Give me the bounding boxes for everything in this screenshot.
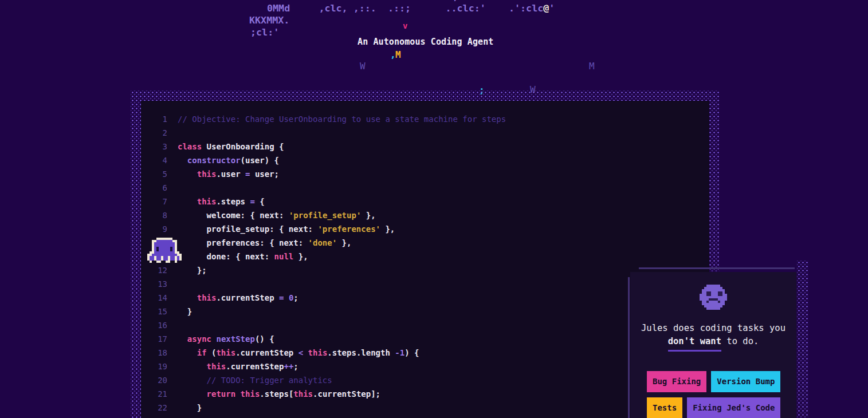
line-number: 8: [141, 208, 167, 222]
code-line: 10 preferences: { next: 'done' },: [141, 236, 709, 250]
code-line: 9 profile_setup: { next: 'preferences' }…: [141, 222, 709, 236]
code-line: 5 this.user = user;: [141, 167, 709, 181]
card-left-border: [628, 277, 630, 418]
ascii-particle: MM: [254, 0, 265, 2]
code-line: 2: [141, 126, 709, 140]
code-line: 8 welcome: { next: 'profile_setup' },: [141, 208, 709, 222]
line-number: 9: [141, 222, 167, 236]
line-number: 2: [141, 126, 167, 140]
tagline: An Autonomous Coding Agent: [358, 37, 493, 47]
ascii-logo-line2: KKXMMX.: [249, 15, 289, 25]
line-number: 3: [141, 140, 167, 153]
line-number: 7: [141, 195, 167, 208]
ascii-particle: M: [589, 62, 595, 71]
line-number: 14: [141, 291, 167, 305]
code-lines: 1// Objective: Change UserOnboarding to …: [141, 112, 709, 418]
card-top-border: [639, 267, 795, 269]
card-text: Jules does coding tasks you don't want t…: [630, 322, 796, 348]
ascii-particle: W: [360, 62, 366, 71]
line-number: 22: [141, 401, 167, 415]
code-line: 7 this.steps = {: [141, 195, 709, 208]
task-chips: Bug FixingVersion BumpTestsFixing Jed's …: [647, 371, 781, 418]
line-number: 4: [141, 153, 167, 167]
task-chip[interactable]: Tests: [647, 397, 682, 418]
line-number: 5: [141, 167, 167, 181]
octopus-mascot-icon: [147, 238, 182, 265]
ascii-logo-line1: 0MMd ,clc, ,::. .::; ..clc:' .':clc@': [267, 3, 555, 13]
line-number: 15: [141, 305, 167, 318]
line-number: 1: [141, 112, 167, 126]
task-chip[interactable]: Bug Fixing: [647, 371, 706, 392]
card-text-highlight: don't want: [668, 335, 721, 352]
code-editor: 1// Objective: Change UserOnboarding to …: [141, 101, 709, 418]
sad-face-icon: [700, 285, 727, 312]
line-number: 19: [141, 360, 167, 373]
line-number: 13: [141, 277, 167, 291]
code-line: 19 this.currentStep++;: [141, 360, 709, 373]
code-line: 17 async nextStep() {: [141, 332, 709, 346]
code-line: 22 }: [141, 401, 709, 415]
ascii-particle: M: [395, 50, 401, 60]
task-chip[interactable]: Version Bump: [711, 371, 780, 392]
code-line: 20 // TODO: Trigger analytics: [141, 373, 709, 387]
line-number: 17: [141, 332, 167, 346]
card-dot-shadow: [797, 261, 808, 418]
code-line: 11 done: { next: null },: [141, 250, 709, 263]
code-line: 14 this.currentStep = 0;: [141, 291, 709, 305]
code-line: 1// Objective: Change UserOnboarding to …: [141, 112, 709, 126]
line-number: 12: [141, 263, 167, 277]
ascii-particle: ;:': [453, 0, 469, 2]
jules-landing-page: 0MMd ,clc, ,::. .::; ..clc:' .':clc@' KK…: [0, 0, 868, 418]
code-line: 16: [141, 318, 709, 332]
code-line: 18 if (this.currentStep < this.steps.len…: [141, 346, 709, 360]
code-line: 3class UserOnboarding {: [141, 140, 709, 153]
ascii-logo-line3: ;cl:': [250, 27, 279, 37]
ascii-particle: v: [403, 22, 407, 30]
line-number: 6: [141, 181, 167, 195]
code-line: 13: [141, 277, 709, 291]
line-number: 20: [141, 373, 167, 387]
task-chip[interactable]: Fixing Jed's Code: [687, 397, 780, 418]
line-number: 18: [141, 346, 167, 360]
code-line: 4 constructor(user) {: [141, 153, 709, 167]
line-number: 23: [141, 415, 167, 418]
line-number: 21: [141, 387, 167, 401]
ascii-at-glyph: @: [543, 2, 549, 14]
code-line: 23 return "done";: [141, 415, 709, 418]
line-number: 16: [141, 318, 167, 332]
code-line: 12 };: [141, 263, 709, 277]
code-line: 15 }: [141, 305, 709, 318]
promo-card: Jules does coding tasks you don't want t…: [630, 272, 796, 418]
code-line: 21 return this.steps[this.currentStep];: [141, 387, 709, 401]
code-line: 6: [141, 181, 709, 195]
